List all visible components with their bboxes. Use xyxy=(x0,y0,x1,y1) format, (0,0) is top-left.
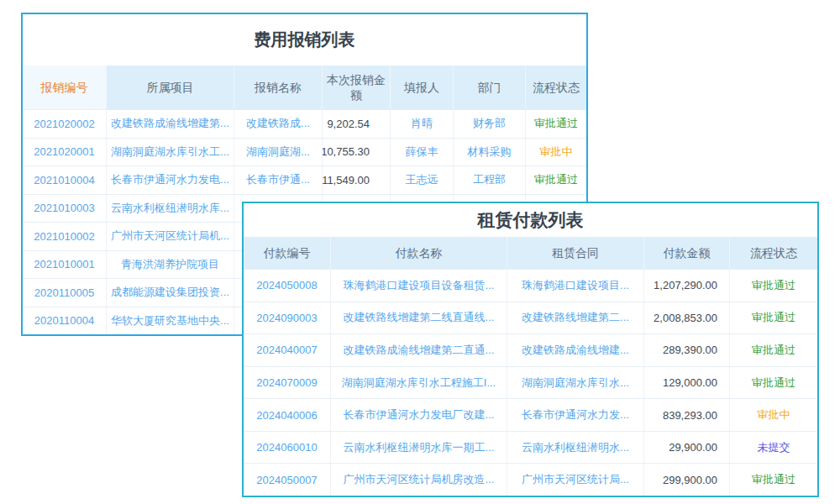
expense-project-link[interactable]: 广州市天河区统计局机... xyxy=(107,223,234,250)
payment-table-row[interactable]: 2024070009 湖南洞庭湖水库引水工程施工I... 湖南洞庭湖水库引水..… xyxy=(244,366,817,399)
payment-table-body: 2024050008 珠海鹤港口建设项目设备租赁... 珠海鹤港口建设项目...… xyxy=(244,269,817,496)
expense-name-link[interactable]: 长春市伊通... xyxy=(234,166,323,194)
payment-status-badge: 审批通过 xyxy=(730,464,817,496)
payment-amount: 839,293.00 xyxy=(644,399,730,431)
expense-id-link[interactable]: 2021010001 xyxy=(23,251,107,279)
expense-header-status[interactable]: 流程状态 xyxy=(526,66,586,109)
payment-table-row[interactable]: 2024050008 珠海鹤港口建设项目设备租赁... 珠海鹤港口建设项目...… xyxy=(244,269,817,302)
payment-contract-link[interactable]: 改建铁路成渝线增建... xyxy=(507,334,644,366)
payment-id-link[interactable]: 2024090003 xyxy=(244,302,331,334)
expense-project-link[interactable]: 长春市伊通河水力发电... xyxy=(107,166,234,194)
expense-reporter: 王志远 xyxy=(391,166,454,194)
payment-status-badge: 审批通过 xyxy=(730,270,817,302)
payment-header-amount[interactable]: 付款金额 xyxy=(644,237,730,269)
expense-id-link[interactable]: 2020110005 xyxy=(23,279,107,307)
payment-amount: 1,207,290.00 xyxy=(644,270,730,302)
payment-table-row[interactable]: 2024040007 改建铁路成渝线增建第二直通... 改建铁路成渝线增建...… xyxy=(244,333,817,366)
payment-amount: 29,900.00 xyxy=(644,432,730,464)
payment-amount: 2,008,853.00 xyxy=(644,302,730,334)
payment-name-link[interactable]: 云南水利枢纽潜明水库一期工... xyxy=(331,432,507,464)
payment-name-link[interactable]: 改建铁路线增建第二线直通线... xyxy=(331,302,507,334)
payment-contract-link[interactable]: 长春市伊通河水力发... xyxy=(507,399,644,431)
expense-amount: 9,202.54 xyxy=(323,110,391,138)
payment-id-link[interactable]: 2024070009 xyxy=(244,367,331,399)
payment-status-badge: 审批通过 xyxy=(730,302,817,334)
expense-header-department[interactable]: 部门 xyxy=(454,66,526,109)
payment-header-contract[interactable]: 租赁合同 xyxy=(507,237,644,269)
payment-contract-link[interactable]: 改建铁路线增建第二... xyxy=(507,302,644,334)
expense-project-link[interactable]: 改建铁路成渝线增建第... xyxy=(107,110,234,138)
payment-contract-link[interactable]: 云南水利枢纽潜明水... xyxy=(507,432,644,464)
payment-status-badge: 未提交 xyxy=(730,432,817,464)
rental-payment-table: 租赁付款列表 付款编号 付款名称 租赁合同 付款金额 流程状态 20240500… xyxy=(242,202,819,497)
expense-id-link[interactable]: 2021020001 xyxy=(23,139,107,166)
expense-header-name[interactable]: 报销名称 xyxy=(234,66,323,109)
expense-reporter: 薛保丰 xyxy=(391,139,454,166)
payment-table-title: 租赁付款列表 xyxy=(244,203,817,237)
payment-table-row[interactable]: 2024060010 云南水利枢纽潜明水库一期工... 云南水利枢纽潜明水...… xyxy=(244,431,817,464)
payment-name-link[interactable]: 珠海鹤港口建设项目设备租赁... xyxy=(331,270,507,302)
payment-contract-link[interactable]: 湖南洞庭湖水库引水... xyxy=(507,367,644,399)
expense-header-id[interactable]: 报销编号 xyxy=(23,66,107,109)
expense-id-link[interactable]: 2021010002 xyxy=(23,223,107,250)
expense-header-amount[interactable]: 本次报销金额 xyxy=(323,66,391,109)
payment-id-link[interactable]: 2024050007 xyxy=(244,464,331,496)
payment-id-link[interactable]: 2024060010 xyxy=(244,432,331,464)
payment-name-link[interactable]: 湖南洞庭湖水库引水工程施工I... xyxy=(331,367,507,399)
payment-name-link[interactable]: 改建铁路成渝线增建第二直通... xyxy=(331,334,507,366)
payment-id-link[interactable]: 2024050008 xyxy=(244,270,331,302)
expense-project-link[interactable]: 华软大厦研究基地中央... xyxy=(107,307,234,335)
expense-table-row[interactable]: 2021020001 湖南洞庭湖水库引水工... 湖南洞庭湖... 10,755… xyxy=(23,138,586,166)
payment-id-link[interactable]: 2024040007 xyxy=(244,334,331,366)
expense-table-header-row: 报销编号 所属项目 报销名称 本次报销金额 填报人 部门 流程状态 xyxy=(23,66,586,109)
payment-amount: 129,000.00 xyxy=(644,367,730,399)
expense-project-link[interactable]: 成都能源建设集团投资... xyxy=(107,279,234,307)
expense-table-title: 费用报销列表 xyxy=(23,14,586,66)
expense-department: 材料采购 xyxy=(454,139,526,166)
expense-department: 财务部 xyxy=(454,110,526,138)
expense-id-link[interactable]: 2021010003 xyxy=(23,195,107,223)
expense-table-row[interactable]: 2021020002 改建铁路成渝线增建第... 改建铁路成... 9,202.… xyxy=(23,109,586,138)
payment-contract-link[interactable]: 广州市天河区统计局... xyxy=(507,464,644,496)
expense-project-link[interactable]: 青海洪湖养护院项目 xyxy=(107,251,234,279)
expense-amount: 11,549.00 xyxy=(323,166,391,194)
payment-header-id[interactable]: 付款编号 xyxy=(244,237,331,269)
payment-status-badge: 审批通过 xyxy=(730,334,817,366)
payment-amount: 289,390.00 xyxy=(644,334,730,366)
payment-name-link[interactable]: 广州市天河区统计局机房改造... xyxy=(331,464,507,496)
payment-contract-link[interactable]: 珠海鹤港口建设项目... xyxy=(507,270,644,302)
payment-table-row[interactable]: 2024050007 广州市天河区统计局机房改造... 广州市天河区统计局...… xyxy=(244,463,817,496)
payment-id-link[interactable]: 2024040006 xyxy=(244,399,331,431)
expense-status-badge: 审批通过 xyxy=(526,166,586,194)
payment-status-badge: 审批中 xyxy=(730,399,817,431)
payment-header-name[interactable]: 付款名称 xyxy=(331,237,507,269)
expense-id-link[interactable]: 2021020002 xyxy=(23,110,107,138)
payment-table-row[interactable]: 2024090003 改建铁路线增建第二线直通线... 改建铁路线增建第二...… xyxy=(244,302,817,334)
expense-table-row[interactable]: 2021010004 长春市伊通河水力发电... 长春市伊通... 11,549… xyxy=(23,165,586,194)
expense-project-link[interactable]: 湖南洞庭湖水库引水工... xyxy=(107,139,234,166)
expense-reporter: 肖晴 xyxy=(391,110,454,138)
payment-table-row[interactable]: 2024040006 长春市伊通河水力发电厂改建... 长春市伊通河水力发...… xyxy=(244,398,817,431)
expense-amount: 10,755.30 xyxy=(323,139,391,166)
expense-status-badge: 审批通过 xyxy=(526,110,586,138)
expense-id-link[interactable]: 2020110004 xyxy=(23,307,107,335)
expense-name-link[interactable]: 湖南洞庭湖... xyxy=(234,139,323,166)
payment-amount: 299,900.00 xyxy=(644,464,730,496)
expense-project-link[interactable]: 云南水利枢纽潜明水库... xyxy=(107,195,234,223)
expense-header-project[interactable]: 所属项目 xyxy=(107,66,234,109)
payment-header-status[interactable]: 流程状态 xyxy=(730,237,817,269)
expense-id-link[interactable]: 2021010004 xyxy=(23,166,107,194)
expense-status-badge: 审批中 xyxy=(526,139,586,166)
expense-header-reporter[interactable]: 填报人 xyxy=(391,66,454,109)
payment-table-header-row: 付款编号 付款名称 租赁合同 付款金额 流程状态 xyxy=(244,237,817,269)
expense-department: 工程部 xyxy=(454,166,526,194)
payment-name-link[interactable]: 长春市伊通河水力发电厂改建... xyxy=(331,399,507,431)
payment-status-badge: 审批通过 xyxy=(730,367,817,399)
expense-name-link[interactable]: 改建铁路成... xyxy=(234,110,323,138)
